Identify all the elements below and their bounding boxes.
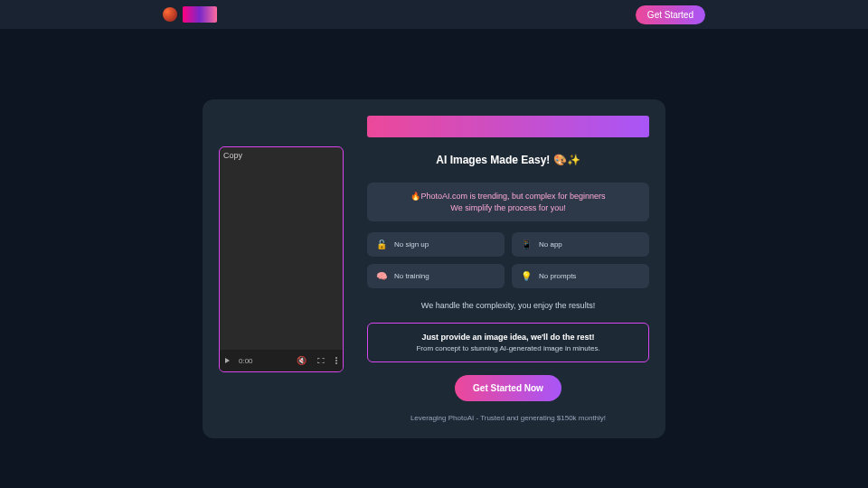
video-preview[interactable]: Copy 0:00 🔇 ⛶ (219, 146, 344, 372)
play-icon[interactable] (225, 358, 230, 363)
unlock-icon: 🔓 (376, 239, 387, 249)
header-gradient-bar (367, 116, 649, 137)
feature-label: No training (394, 272, 429, 280)
mute-icon[interactable]: 🔇 (297, 356, 307, 365)
bulb-icon: 💡 (521, 271, 532, 281)
main-heading: AI Images Made Easy! 🎨✨ (367, 154, 649, 166)
footer-text: Leveraging PhotoAI - Trusted and generat… (367, 414, 649, 422)
logo-area (163, 6, 217, 23)
fullscreen-icon[interactable]: ⛶ (317, 357, 325, 365)
info-box: 🔥PhotoAI.com is trending, but complex fo… (367, 183, 649, 221)
hero-card: Copy 0:00 🔇 ⛶ AI Images Made Easy! 🎨✨ 🔥P… (203, 99, 665, 438)
cta-box: Just provide an image idea, we'll do the… (367, 323, 649, 362)
feature-label: No sign up (394, 240, 429, 249)
content-area: AI Images Made Easy! 🎨✨ 🔥PhotoAI.com is … (367, 116, 649, 422)
copy-button[interactable]: Copy (223, 151, 242, 160)
feature-no-app: 📱 No app (512, 232, 649, 257)
info-text-2: We simplify the process for you! (378, 203, 638, 212)
features-grid: 🔓 No sign up 📱 No app 🧠 No training 💡 No… (367, 232, 649, 288)
video-controls: 0:00 🔇 ⛶ (220, 350, 343, 371)
logo-icon (163, 7, 177, 22)
cta-subtitle: From concept to stunning AI-generated im… (377, 344, 639, 352)
main-container: Copy 0:00 🔇 ⛶ AI Images Made Easy! 🎨✨ 🔥P… (0, 29, 868, 438)
logo-gradient-bar (183, 6, 217, 23)
feature-no-training: 🧠 No training (367, 264, 505, 288)
menu-icon[interactable] (335, 357, 337, 364)
phone-icon: 📱 (521, 239, 532, 249)
header: Get Started (0, 0, 868, 29)
feature-label: No app (539, 240, 562, 249)
get-started-now-button[interactable]: Get Started Now (455, 375, 561, 401)
cta-title: Just provide an image idea, we'll do the… (377, 333, 639, 342)
tagline: We handle the complexity, you enjoy the … (367, 301, 649, 310)
get-started-button[interactable]: Get Started (636, 5, 705, 24)
video-time: 0:00 (239, 357, 253, 365)
brain-icon: 🧠 (376, 271, 387, 281)
info-text-1: 🔥PhotoAI.com is trending, but complex fo… (378, 192, 638, 201)
feature-no-prompts: 💡 No prompts (512, 264, 649, 288)
feature-label: No prompts (539, 272, 576, 280)
feature-no-signup: 🔓 No sign up (367, 232, 505, 257)
